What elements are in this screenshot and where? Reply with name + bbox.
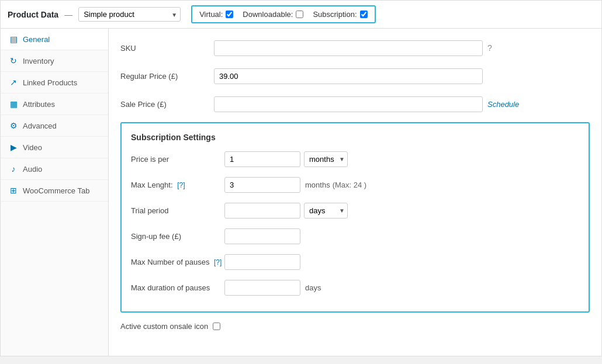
schedule-link[interactable]: Schedule (487, 100, 519, 109)
trial-period-row: Trial period days weeks months ▼ (131, 202, 579, 219)
sidebar-item-woocommerce-tab[interactable]: ⊞ WooCommerce Tab (1, 180, 108, 202)
woocommerce-tab-icon: ⊞ (9, 186, 18, 195)
sale-price-row: Sale Price (£) Schedule (120, 94, 590, 114)
sidebar-item-linked-products[interactable]: ↗ Linked Products (1, 72, 108, 93)
product-data-container: Product Data — Simple product Variable p… (0, 0, 602, 356)
product-type-options: Virtual: Downloadable: Subscription: (191, 5, 375, 23)
inventory-icon: ↻ (9, 56, 18, 65)
max-duration-input[interactable] (224, 280, 300, 296)
sidebar-item-audio[interactable]: ♪ Audio (1, 158, 108, 180)
product-data-title: Product Data (8, 10, 58, 19)
downloadable-option: Downloadable: (243, 10, 303, 19)
linked-products-icon: ↗ (9, 78, 18, 87)
sidebar-label-video: Video (23, 143, 42, 152)
price-unit-select[interactable]: days weeks months years (304, 151, 348, 167)
trial-period-label: Trial period (131, 206, 224, 215)
sidebar-label-audio: Audio (23, 165, 42, 174)
trial-unit-wrapper: days weeks months ▼ (304, 203, 348, 219)
advanced-icon: ⚙ (9, 121, 18, 130)
regular-price-label: Regular Price (£) (120, 72, 214, 81)
sku-label: SKU (120, 44, 214, 53)
max-duration-label: Max duration of pauses (131, 283, 224, 292)
max-pauses-help-link[interactable]: [?] (214, 258, 222, 266)
max-length-help-link[interactable]: [?] (177, 181, 185, 189)
max-length-note: (Max: 24 ) (333, 181, 367, 189)
subscription-settings-title: Subscription Settings (131, 133, 579, 142)
sidebar: ▤ General ↻ Inventory ↗ Linked Products … (1, 29, 109, 356)
max-length-suffix: months (305, 181, 330, 189)
max-pauses-label: Max Number of pauses [?] (131, 258, 224, 266)
product-type-wrapper: Simple product Variable product Grouped … (78, 7, 181, 22)
custom-onsale-checkbox[interactable] (213, 323, 220, 330)
sale-price-input[interactable] (214, 96, 483, 112)
sale-price-label: Sale Price (£) (120, 100, 214, 109)
custom-onsale-row: Active custom onsale icon (120, 322, 590, 331)
downloadable-label: Downloadable: (243, 10, 293, 19)
sku-help-icon[interactable]: ? (487, 43, 492, 53)
subscription-label: Subscription: (313, 10, 357, 19)
content-area: SKU ? Regular Price (£) Sale Price (£) S… (109, 29, 601, 356)
max-length-row: Max Lenght: [?] months (Max: 24 ) (131, 176, 579, 193)
sidebar-label-woocommerce-tab: WooCommerce Tab (23, 186, 89, 195)
subscription-checkbox[interactable] (360, 11, 368, 18)
sidebar-label-advanced: Advanced (23, 122, 57, 130)
max-duration-row: Max duration of pauses days (131, 279, 579, 296)
signup-fee-input[interactable] (224, 228, 300, 244)
signup-fee-row: Sign-up fee (£) (131, 227, 579, 245)
max-length-label: Max Lenght: [?] (131, 181, 224, 189)
sku-input[interactable] (214, 40, 483, 56)
subscription-settings-box: Subscription Settings Price is per days … (120, 122, 590, 313)
trial-unit-select[interactable]: days weeks months (304, 203, 348, 219)
custom-onsale-label: Active custom onsale icon (120, 322, 208, 331)
general-icon: ▤ (9, 34, 18, 44)
virtual-label: Virtual: (199, 10, 223, 19)
product-data-header: Product Data — Simple product Variable p… (1, 1, 601, 29)
sidebar-item-attributes[interactable]: ▦ Attributes (1, 93, 108, 115)
signup-fee-label: Sign-up fee (£) (131, 232, 224, 241)
max-pauses-row: Max Number of pauses [?] (131, 253, 579, 271)
price-is-per-input[interactable] (224, 151, 300, 167)
trial-period-input[interactable] (224, 203, 300, 219)
sidebar-label-inventory: Inventory (23, 57, 54, 65)
sku-row: SKU ? (120, 38, 590, 58)
price-is-per-row: Price is per days weeks months years ▼ (131, 150, 579, 168)
sidebar-item-video[interactable]: ▶ Video (1, 137, 108, 158)
price-is-per-label: Price is per (131, 155, 224, 164)
product-data-body: ▤ General ↻ Inventory ↗ Linked Products … (1, 29, 601, 356)
sidebar-label-attributes: Attributes (23, 100, 55, 109)
downloadable-checkbox[interactable] (296, 11, 303, 18)
regular-price-row: Regular Price (£) (120, 66, 590, 86)
product-type-select[interactable]: Simple product Variable product Grouped … (78, 7, 181, 22)
price-unit-wrapper: days weeks months years ▼ (304, 151, 348, 167)
sidebar-item-advanced[interactable]: ⚙ Advanced (1, 115, 108, 137)
virtual-option: Virtual: (199, 10, 233, 19)
regular-price-input[interactable] (214, 68, 483, 84)
virtual-checkbox[interactable] (226, 11, 233, 18)
sidebar-label-linked-products: Linked Products (23, 78, 77, 87)
separator: — (64, 10, 72, 19)
max-pauses-input[interactable] (224, 254, 300, 270)
sidebar-item-general[interactable]: ▤ General (1, 29, 108, 50)
audio-icon: ♪ (9, 164, 18, 174)
attributes-icon: ▦ (9, 99, 18, 109)
video-icon: ▶ (9, 143, 18, 152)
max-duration-suffix: days (305, 283, 321, 292)
sidebar-item-inventory[interactable]: ↻ Inventory (1, 50, 108, 72)
subscription-option: Subscription: (313, 10, 367, 19)
max-length-input[interactable] (224, 177, 300, 193)
sidebar-label-general: General (23, 35, 50, 44)
